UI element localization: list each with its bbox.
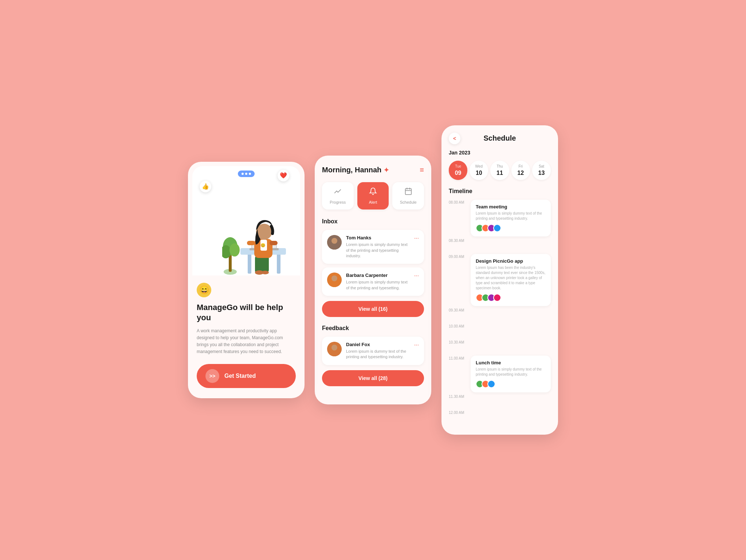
time-0930: 09.30 AM [449, 308, 466, 324]
dashboard-header: Morning, Hannah ✦ ≡ [322, 166, 424, 174]
timeline-title: Timeline [449, 188, 551, 195]
tom-options-button[interactable]: ··· [414, 235, 419, 242]
menu-icon[interactable]: ≡ [420, 166, 424, 174]
inbox-title: Inbox [322, 218, 424, 225]
timeline-row-1030: 10.30 AM [449, 340, 551, 356]
empty-1130 [471, 394, 551, 410]
daniel-text: Lorem ipsum is dummy text of the printin… [346, 349, 410, 360]
svg-point-29 [331, 275, 337, 281]
time-1100: 11.00 AM [449, 356, 466, 394]
tue-num: 09 [455, 170, 462, 176]
onboarding-screen: ❤️ 👍 [188, 162, 305, 399]
time-1200: 12.00 AM [449, 410, 466, 426]
schedule-nav-label: Schedule [400, 200, 417, 204]
time-0830: 08.30 AM [449, 238, 466, 254]
month-label: Jan 2023 [449, 150, 551, 156]
lunch-desc: Lorem ipsum is simply dummy text of the … [476, 367, 546, 377]
event-lunch: Lunch time Lorem ipsum is simply dummy t… [471, 356, 551, 394]
emoji-icon: 😄 [197, 283, 211, 297]
empty-0930 [471, 308, 551, 324]
timeline-row-1130: 11.30 AM [449, 394, 551, 410]
schedule-nav-icon [404, 187, 412, 197]
svg-rect-6 [277, 254, 280, 274]
sat-num: 13 [538, 170, 545, 176]
team-meeting-avatars [476, 224, 546, 232]
svg-rect-13 [262, 255, 269, 273]
daniel-options-button[interactable]: ··· [414, 342, 419, 348]
heart-icon: ❤️ [278, 170, 289, 181]
thu-name: Thu [496, 164, 503, 168]
calendar-row: Tue 09 Wed 10 Thu 11 Fri 12 Sat 13 [449, 161, 551, 180]
inbox-view-all-button[interactable]: View all (16) [322, 301, 424, 317]
svg-text:😊: 😊 [260, 243, 266, 248]
inbox-message-tom: Tom Hanks Lorem ipsum is simply dummy te… [322, 230, 424, 264]
alert-label: Alert [369, 200, 377, 204]
picnicgo-card[interactable]: Design PicnicGo app Lorem Ipsum has been… [471, 254, 551, 306]
team-meeting-desc: Lorem Ipsum is simply dummy text of the … [476, 211, 546, 221]
star-icon: ✦ [384, 166, 389, 174]
tab-progress[interactable]: Progress [322, 182, 354, 209]
tom-avatar [327, 235, 342, 250]
barbara-message-body: Barbara Carpenter Lorem ipsum is simply … [346, 273, 410, 291]
svg-point-31 [331, 345, 337, 351]
empty-1200 [471, 410, 551, 426]
barbara-options-button[interactable]: ··· [414, 273, 419, 279]
time-1130: 11.30 AM [449, 394, 466, 410]
cal-day-sat[interactable]: Sat 13 [532, 161, 551, 180]
sat-name: Sat [539, 164, 544, 168]
barbara-avatar [327, 273, 342, 287]
progress-icon [334, 187, 342, 197]
greeting-text: Morning, Hannah ✦ [322, 166, 389, 174]
tom-name: Tom Hanks [346, 235, 410, 240]
cal-day-wed[interactable]: Wed 10 [470, 161, 488, 180]
svg-rect-19 [270, 241, 278, 245]
empty-0830 [471, 238, 551, 254]
screen1-title: ManageGo will be help you [197, 302, 296, 323]
timeline-row-0930: 09.30 AM [449, 308, 551, 324]
timeline: 08.00 AM Team meeting Lorem Ipsum is sim… [449, 200, 551, 426]
fri-num: 12 [517, 170, 524, 176]
cal-day-tue[interactable]: Tue 09 [449, 161, 467, 180]
timeline-row-0900: 09.00 AM Design PicnicGo app Lorem Ipsum… [449, 254, 551, 308]
lunch-title: Lunch time [476, 360, 546, 365]
alert-icon [369, 187, 377, 197]
tom-text: Lorem ipsum is simply dummy text of the … [346, 242, 410, 259]
feedback-view-all-button[interactable]: View all (28) [322, 370, 424, 386]
chat-bubble-icon [238, 171, 255, 177]
barbara-name: Barbara Carpenter [346, 273, 410, 278]
daniel-message-body: Daniel Fox Lorem ipsum is dummy text of … [346, 342, 410, 360]
schedule-screen: < Schedule Jan 2023 Tue 09 Wed 10 Thu 11… [441, 125, 558, 435]
svg-point-4 [229, 243, 240, 256]
svg-point-15 [262, 271, 269, 274]
person-illustration: 😊 [222, 188, 300, 275]
cal-day-thu[interactable]: Thu 11 [490, 161, 509, 180]
empty-1030 [471, 340, 551, 356]
fri-name: Fri [518, 164, 523, 168]
time-0900: 09.00 AM [449, 254, 466, 308]
feedback-message-daniel: Daniel Fox Lorem ipsum is dummy text of … [322, 337, 424, 365]
back-button[interactable]: < [449, 133, 460, 144]
tab-schedule[interactable]: Schedule [392, 182, 424, 209]
inbox-message-barbara: Barbara Carpenter Lorem ipsum is simply … [322, 267, 424, 296]
progress-label: Progress [330, 200, 346, 204]
team-meeting-card[interactable]: Team meeting Lorem Ipsum is simply dummy… [471, 200, 551, 236]
timeline-row-1000: 10.00 AM [449, 324, 551, 340]
lunch-avatars [476, 380, 546, 388]
get-started-label: Get Started [224, 373, 256, 379]
thu-num: 11 [496, 170, 503, 176]
timeline-row-0830: 08.30 AM [449, 238, 551, 254]
timeline-row-1200: 12.00 AM [449, 410, 551, 426]
daniel-name: Daniel Fox [346, 342, 410, 347]
schedule-title: Schedule [484, 134, 516, 142]
lunch-card[interactable]: Lunch time Lorem ipsum is simply dummy t… [471, 356, 551, 392]
avatar-l3 [487, 380, 495, 388]
timeline-row-0800: 08.00 AM Team meeting Lorem Ipsum is sim… [449, 200, 551, 238]
screens-container: ❤️ 👍 [188, 125, 558, 435]
cal-day-fri[interactable]: Fri 12 [511, 161, 530, 180]
picnicgo-desc: Lorem Ipsum has been the industry's stan… [476, 265, 546, 291]
svg-point-27 [331, 238, 337, 244]
tab-alert[interactable]: Alert [357, 182, 389, 209]
svg-rect-22 [405, 189, 411, 195]
get-started-button[interactable]: >> Get Started [197, 364, 296, 388]
screen1-content: 😄 ManageGo will be help you A work manag… [188, 275, 305, 399]
